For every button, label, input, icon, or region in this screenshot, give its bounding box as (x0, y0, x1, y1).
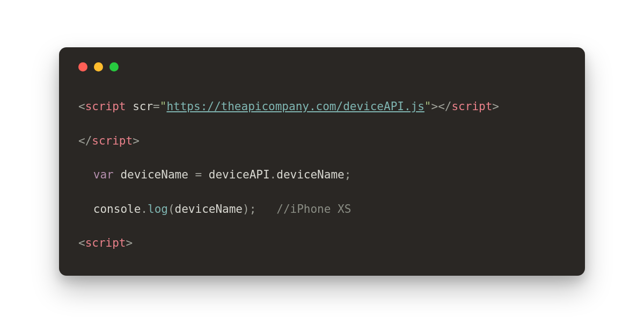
identifier: deviceAPI (209, 168, 270, 181)
paren: ( (168, 203, 175, 216)
space (126, 100, 133, 113)
paren: ) (243, 203, 250, 216)
blank-line (78, 149, 566, 167)
angle-bracket: > (492, 100, 499, 113)
angle-bracket: > (126, 236, 133, 249)
code-block: <script scr="https://theapicompany.com/d… (78, 98, 566, 252)
angle-bracket: > (133, 134, 140, 147)
space (188, 168, 195, 181)
space (256, 203, 276, 216)
tag-name: script (85, 236, 126, 249)
close-icon[interactable] (78, 62, 87, 71)
angle-bracket: < (78, 100, 85, 113)
tag-name: script (85, 100, 126, 113)
blank-line (78, 218, 566, 235)
equals: = (153, 100, 160, 113)
blank-line (78, 184, 566, 201)
maximize-icon[interactable] (109, 62, 119, 71)
code-line-5: <script> (78, 235, 566, 252)
code-line-2: </script> (78, 133, 566, 150)
keyword-var: var (93, 168, 114, 181)
equals: = (195, 168, 202, 181)
code-line-4: console.log(deviceName); //iPhone XS (78, 201, 566, 218)
tag-name: script (92, 134, 133, 147)
code-line-1: <script scr="https://theapicompany.com/d… (78, 98, 566, 116)
dot: . (270, 168, 277, 181)
window-controls (78, 62, 566, 71)
attr-name: scr (133, 100, 153, 113)
quote: " (160, 100, 167, 113)
code-window: <script scr="https://theapicompany.com/d… (59, 47, 585, 276)
angle-bracket: < (78, 236, 85, 249)
identifier: deviceName (276, 168, 344, 181)
identifier: deviceName (175, 203, 243, 216)
blank-line (78, 116, 566, 133)
identifier: console (93, 203, 141, 216)
space (202, 168, 209, 181)
dot: . (141, 203, 148, 216)
semicolon: ; (250, 203, 257, 216)
quote: " (425, 100, 431, 113)
space (114, 168, 121, 181)
code-line-3: var deviceName = deviceAPI.deviceName; (78, 167, 566, 184)
tag-name: script (451, 100, 492, 113)
method-name: log (148, 203, 168, 216)
comment: //iPhone XS (276, 203, 351, 216)
minimize-icon[interactable] (94, 62, 103, 71)
angle-bracket: </ (78, 134, 92, 147)
semicolon: ; (345, 168, 352, 181)
angle-bracket: > (431, 100, 438, 113)
angle-bracket: </ (438, 100, 451, 113)
url-string: https://theapicompany.com/deviceAPI.js (166, 100, 424, 113)
identifier: deviceName (120, 168, 188, 181)
